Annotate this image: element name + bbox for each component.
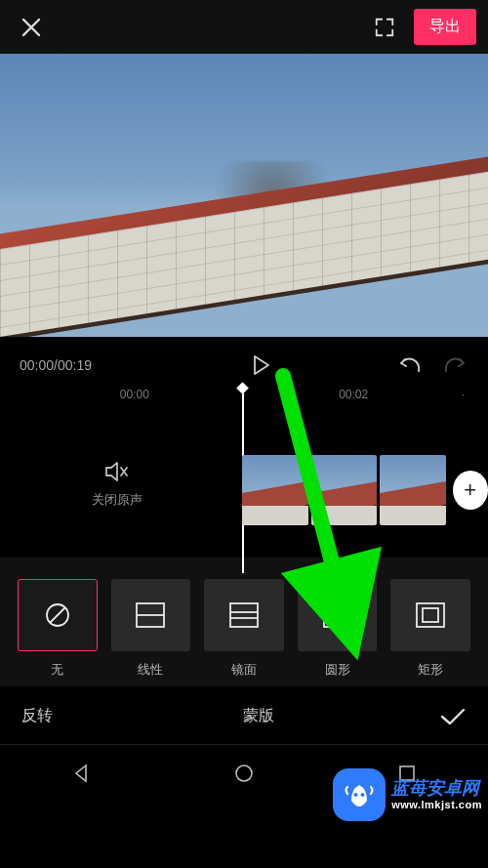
ruler-tick: 00:00 <box>120 388 149 401</box>
nav-recent-button[interactable] <box>396 763 418 784</box>
time-display: 00:00/00:19 <box>20 357 127 373</box>
mask-option-linear[interactable]: 线性 <box>111 579 191 679</box>
invert-button[interactable]: 反转 <box>21 706 100 726</box>
circle-home-icon <box>233 763 255 784</box>
panel-title: 蒙版 <box>100 706 418 726</box>
mute-label: 关闭原声 <box>92 491 142 509</box>
clip-thumb[interactable] <box>311 455 378 525</box>
svg-rect-12 <box>400 766 414 780</box>
circle-icon <box>321 600 354 630</box>
redo-icon <box>443 355 468 375</box>
mask-thumb <box>18 579 98 651</box>
check-icon <box>439 707 467 726</box>
svg-rect-10 <box>423 608 438 622</box>
clip-thumb[interactable] <box>242 455 308 525</box>
square-recent-icon <box>396 763 418 784</box>
mask-thumb <box>111 579 191 651</box>
play-icon <box>252 354 271 376</box>
top-bar: 导出 <box>0 0 488 54</box>
mask-options: 无 线性 镜面 圆形 矩形 <box>0 558 488 686</box>
nav-back-button[interactable] <box>70 763 92 784</box>
playback-controls: 00:00/00:19 <box>0 337 488 388</box>
svg-rect-4 <box>230 603 258 627</box>
close-button[interactable] <box>12 8 51 47</box>
triangle-back-icon <box>70 763 92 784</box>
mask-option-mirror[interactable]: 镜面 <box>204 579 284 679</box>
close-icon <box>20 16 43 39</box>
svg-rect-9 <box>417 603 444 627</box>
mask-label: 圆形 <box>325 661 350 679</box>
export-button[interactable]: 导出 <box>414 9 476 45</box>
fullscreen-button[interactable] <box>365 8 404 47</box>
clip-strip[interactable]: + <box>242 455 488 525</box>
clip-thumb[interactable] <box>380 455 446 525</box>
mask-option-circle[interactable]: 圆形 <box>298 579 378 679</box>
svg-point-11 <box>236 765 252 781</box>
svg-line-1 <box>50 607 65 623</box>
mask-label: 线性 <box>138 661 163 679</box>
mask-label: 矩形 <box>418 661 443 679</box>
system-nav <box>0 744 488 801</box>
svg-point-8 <box>330 607 346 623</box>
confirm-button[interactable] <box>418 707 467 726</box>
mask-option-none[interactable]: 无 <box>18 579 98 679</box>
mirror-icon <box>227 600 261 630</box>
mute-original-audio[interactable]: 关闭原声 <box>0 411 234 558</box>
mask-thumb <box>298 579 378 651</box>
ruler-dot: · <box>462 388 465 401</box>
linear-icon <box>134 600 167 630</box>
mask-option-rect[interactable]: 矩形 <box>390 579 470 679</box>
plus-icon: + <box>464 477 476 503</box>
video-preview[interactable] <box>0 54 488 337</box>
redo-button[interactable] <box>443 355 468 375</box>
ruler-dot: · <box>242 388 245 401</box>
undo-button[interactable] <box>396 355 422 375</box>
mask-label: 无 <box>51 661 63 679</box>
add-clip-button[interactable]: + <box>453 471 488 510</box>
play-button[interactable] <box>127 354 396 376</box>
timeline-ruler: . 00:00 · 00:02 · <box>0 388 488 401</box>
undo-icon <box>396 355 422 375</box>
mask-thumb <box>390 579 470 651</box>
mask-label: 镜面 <box>231 661 257 679</box>
rect-icon <box>414 600 447 630</box>
panel-bottom: 反转 蒙版 <box>0 686 488 744</box>
ruler-tick: 00:02 <box>339 388 368 401</box>
nav-home-button[interactable] <box>233 763 255 784</box>
mute-icon <box>104 460 130 483</box>
timeline[interactable]: 关闭原声 + <box>0 411 488 558</box>
none-icon <box>43 600 72 630</box>
expand-icon <box>374 17 395 38</box>
mask-thumb <box>204 579 284 651</box>
